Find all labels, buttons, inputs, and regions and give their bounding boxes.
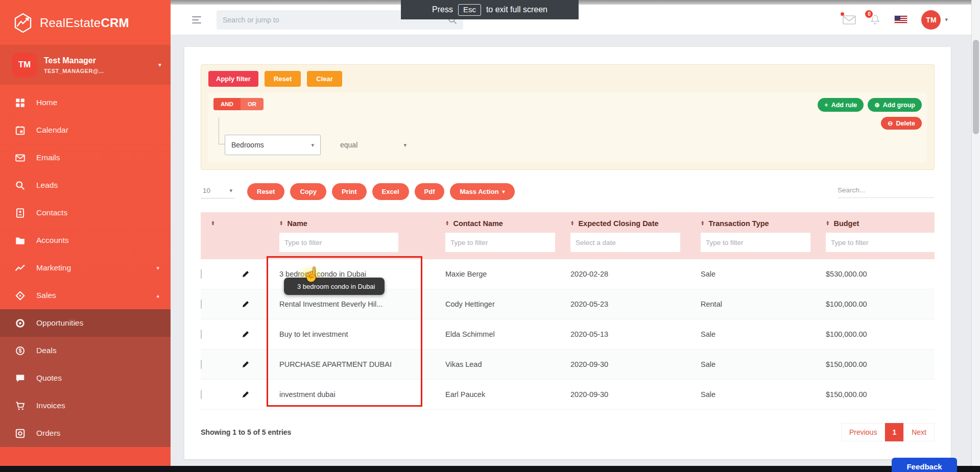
or-button[interactable]: OR <box>241 98 264 110</box>
edit-icon[interactable] <box>225 390 266 399</box>
hamburger-menu-icon[interactable] <box>192 16 201 23</box>
esc-key-badge: Esc <box>458 4 481 16</box>
sidebar-item-orders[interactable]: Orders <box>0 419 171 447</box>
cell-budget: $100,000.00 <box>817 300 935 308</box>
type-filter-input[interactable] <box>701 233 810 252</box>
sidebar-item-quotes[interactable]: Quotes <box>0 364 171 392</box>
add-rule-button[interactable]: +Add rule <box>818 98 864 112</box>
speech-bubble-icon <box>15 374 25 383</box>
sidebar-item-marketing[interactable]: Marketing ▾ <box>0 254 171 282</box>
user-avatar: TM <box>12 53 37 77</box>
next-page-button[interactable]: Next <box>903 423 935 441</box>
previous-page-button[interactable]: Previous <box>841 423 885 441</box>
sidebar-item-contacts[interactable]: Contacts <box>0 199 171 227</box>
row-checkbox[interactable] <box>201 330 202 339</box>
reset-button[interactable]: Reset <box>247 183 284 200</box>
sidebar-item-invoices[interactable]: Invoices <box>0 392 171 419</box>
table-search[interactable] <box>838 185 935 198</box>
apply-filter-button[interactable]: Apply filter <box>208 71 258 87</box>
column-header-contact-name[interactable]: ▲▼Contact Name <box>437 219 562 228</box>
sidebar-item-emails[interactable]: Emails <box>0 144 171 171</box>
row-checkbox[interactable] <box>201 269 202 279</box>
sort-icon: ▲▼ <box>445 221 449 226</box>
pagination: Previous 1 Next <box>841 423 935 441</box>
scrollbar-thumb[interactable] <box>973 40 979 134</box>
column-header-budget[interactable]: ▲▼Budget <box>817 219 935 228</box>
cell-contact-name: Vikas Lead <box>437 360 562 368</box>
sidebar-item-label: Accounts <box>36 236 69 245</box>
cell-name[interactable]: 3 bedroom condo in Dubai <box>266 270 437 278</box>
sidebar-item-accounts[interactable]: Accounts <box>0 227 171 254</box>
page-size-select[interactable]: 10 ▾ <box>201 185 234 198</box>
profile-menu[interactable]: TM ▾ <box>921 10 948 30</box>
plus-icon: + <box>824 102 828 109</box>
cell-name[interactable]: Buy to let investment <box>266 330 437 338</box>
cell-budget: $100,000.00 <box>817 330 935 338</box>
add-group-button[interactable]: ⊕Add group <box>868 98 922 112</box>
app-logo[interactable]: RealEstateCRM <box>0 0 171 45</box>
trend-line-icon <box>15 263 25 273</box>
select-all-sort[interactable]: ▲▼ <box>201 221 225 226</box>
filter-rule-row: Bedrooms ▾ equal ▾ <box>225 131 922 155</box>
cell-expected-closing-date: 2020-02-28 <box>562 270 692 278</box>
current-page-button[interactable]: 1 <box>885 423 903 441</box>
cell-name[interactable]: Rental Investment Beverly Hil... <box>266 300 437 308</box>
edit-icon[interactable] <box>225 300 266 308</box>
excel-button[interactable]: Excel <box>372 183 409 200</box>
diamond-icon <box>15 291 25 301</box>
sidebar-item-sales[interactable]: Sales ▴ <box>0 282 171 309</box>
sidebar-item-calendar[interactable]: Calendar <box>0 116 171 144</box>
cell-expected-closing-date: 2020-09-30 <box>562 360 692 368</box>
budget-filter-input[interactable] <box>826 233 936 252</box>
filter-field-value: Bedrooms <box>231 141 264 149</box>
cell-name[interactable]: investment dubai <box>266 390 437 399</box>
edit-icon[interactable] <box>225 330 266 338</box>
column-header-name[interactable]: ▲▼Name <box>266 219 437 228</box>
row-checkbox[interactable] <box>201 300 202 309</box>
messages-icon[interactable] <box>843 15 856 25</box>
column-header-expected-closing-date[interactable]: ▲▼Expected Closing Date <box>562 219 692 228</box>
cell-contact-name: Elda Schimmel <box>437 330 562 338</box>
dollar-circle-icon: $ <box>15 346 25 356</box>
feedback-button[interactable]: Feedback <box>892 458 957 472</box>
copy-button[interactable]: Copy <box>290 183 326 200</box>
chevron-up-icon: ▴ <box>156 292 159 299</box>
sidebar-item-opportunities[interactable]: Opportunities <box>0 309 171 337</box>
sidebar-item-label: Leads <box>36 181 58 190</box>
sidebar-item-home[interactable]: Home <box>0 89 171 116</box>
and-button[interactable]: AND <box>213 98 241 110</box>
print-button[interactable]: Print <box>332 183 367 200</box>
edit-icon[interactable] <box>225 270 266 278</box>
entries-summary: Showing 1 to 5 of 5 entries <box>201 428 291 436</box>
filter-reset-button[interactable]: Reset <box>265 71 301 87</box>
cell-expected-closing-date: 2020-05-23 <box>562 300 692 308</box>
filter-field-select[interactable]: Bedrooms ▾ <box>225 135 321 155</box>
pdf-button[interactable]: Pdf <box>415 183 445 200</box>
row-checkbox[interactable] <box>201 390 202 399</box>
sidebar-user-panel[interactable]: TM Test Manager TEST_MANAGER@... ▾ <box>0 45 171 85</box>
row-checkbox[interactable] <box>201 360 202 369</box>
cell-contact-name: Maxie Berge <box>437 270 562 278</box>
table-search-input[interactable] <box>838 186 935 194</box>
date-filter-input[interactable] <box>570 233 680 252</box>
filter-operator-select[interactable]: equal ▾ <box>335 135 412 155</box>
and-or-toggle: AND OR <box>213 98 264 110</box>
calendar-icon <box>15 126 25 135</box>
column-header-transaction-type[interactable]: ▲▼Transaction Type <box>692 219 817 228</box>
language-flag-icon[interactable] <box>894 15 907 24</box>
table-row: Buy to let investment Elda Schimmel 2020… <box>201 319 935 350</box>
sidebar-item-leads[interactable]: Leads <box>0 171 171 199</box>
delete-rule-button[interactable]: ⊖Delete <box>881 117 922 130</box>
contact-filter-input[interactable] <box>445 233 555 252</box>
cell-name[interactable]: PURCHASE APARTMENT DUBAI <box>266 360 437 368</box>
notifications-bell-icon[interactable]: 0 <box>870 14 880 26</box>
sidebar: RealEstateCRM TM Test Manager TEST_MANAG… <box>0 0 171 472</box>
sidebar-item-deals[interactable]: $ Deals <box>0 337 171 364</box>
toast-text: Press <box>432 5 453 14</box>
page-scrollbar[interactable] <box>971 0 980 472</box>
edit-icon[interactable] <box>225 360 266 368</box>
filter-clear-button[interactable]: Clear <box>307 71 342 87</box>
mass-action-button[interactable]: Mass Action▾ <box>450 183 514 200</box>
target-icon <box>15 318 25 328</box>
name-filter-input[interactable] <box>279 233 398 252</box>
